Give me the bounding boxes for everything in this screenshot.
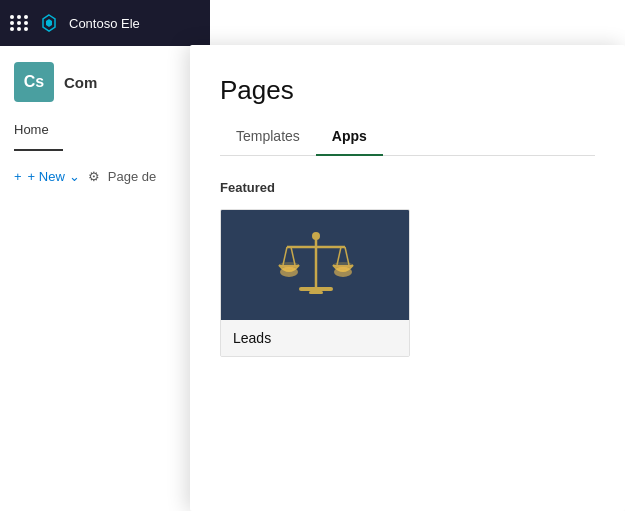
leads-app-image <box>221 210 410 320</box>
background-panel: Contoso Ele Cs Com Home + + New ⌄ ⚙ Page… <box>0 0 210 511</box>
org-name: Com <box>64 74 97 91</box>
tabs-row: Templates Apps <box>220 122 595 156</box>
chevron-icon: ⌄ <box>69 169 80 184</box>
org-avatar: Cs <box>14 62 54 102</box>
apps-grid-icon[interactable] <box>10 15 29 31</box>
top-bar: Contoso Ele <box>0 0 210 46</box>
leads-app-label: Leads <box>221 320 409 356</box>
app-title: Contoso Ele <box>69 16 140 31</box>
gear-icon: ⚙ <box>88 169 100 184</box>
svg-rect-3 <box>309 291 323 294</box>
svg-point-13 <box>334 267 352 277</box>
svg-point-5 <box>312 232 320 240</box>
nav-home[interactable]: Home <box>14 118 63 151</box>
side-nav: Cs Com Home + + New ⌄ ⚙ Page de <box>0 46 210 511</box>
tab-apps[interactable]: Apps <box>316 122 383 156</box>
leads-app-card[interactable]: Leads <box>220 209 410 357</box>
panel-title: Pages <box>220 75 595 106</box>
org-header: Cs Com <box>0 46 210 118</box>
pages-panel: Pages Templates Apps Featured <box>190 45 625 511</box>
toolbar: + + New ⌄ ⚙ Page de <box>0 159 210 194</box>
tab-templates[interactable]: Templates <box>220 122 316 156</box>
new-button[interactable]: + + New ⌄ <box>14 169 80 184</box>
svg-rect-2 <box>299 287 333 291</box>
featured-label: Featured <box>220 180 595 195</box>
app-logo <box>37 11 61 35</box>
plus-icon: + <box>14 169 22 184</box>
settings-button[interactable]: ⚙ Page de <box>88 169 156 184</box>
svg-point-12 <box>280 267 298 277</box>
